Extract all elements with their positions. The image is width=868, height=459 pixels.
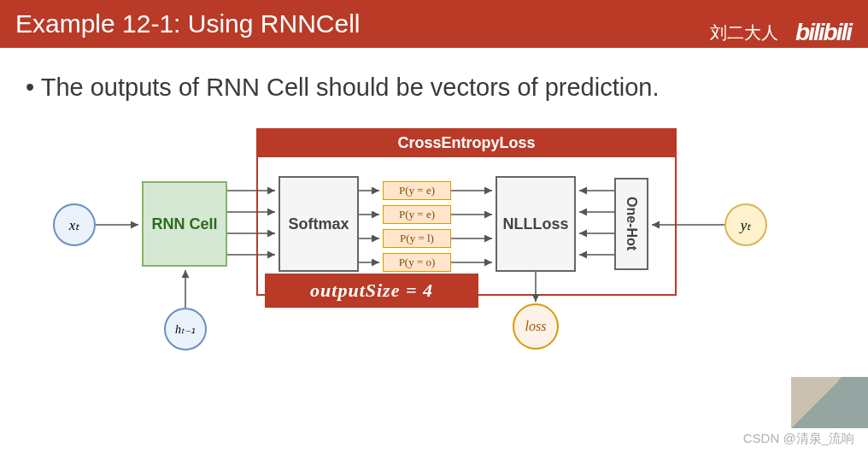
bilibili-logo: bilibili	[795, 19, 851, 46]
slide-header: Example 12-1: Using RNNCell 刘二大人 bilibil…	[0, 0, 868, 48]
output-size-formula: outputSize = 4	[265, 274, 478, 308]
prob-l: P(y = l)	[383, 229, 451, 248]
csdn-watermark: CSDN @清泉_流响	[743, 431, 854, 447]
slide-title: Example 12-1: Using RNNCell	[15, 9, 360, 38]
target-y-node: yₜ	[724, 203, 767, 246]
input-x-node: xₜ	[53, 203, 96, 246]
prob-o: P(y = o)	[383, 253, 451, 272]
formula-text: outputSize = 4	[310, 280, 433, 302]
loss-node: loss	[513, 303, 559, 350]
author-name: 刘二大人	[710, 21, 778, 44]
bullet-text: The outputs of RNN Cell should be vector…	[26, 74, 659, 102]
rnncell-box: RNN Cell	[142, 181, 227, 267]
onehot-box: One-Hot	[614, 178, 648, 270]
nllloss-box: NLLLoss	[496, 176, 576, 272]
video-thumbnail	[791, 377, 868, 428]
prob-e1: P(y = e)	[383, 181, 451, 200]
prob-e2: P(y = e)	[383, 205, 451, 224]
crossentropy-title: CrossEntropyLoss	[256, 128, 677, 157]
softmax-box: Softmax	[279, 176, 359, 272]
hidden-prev-node: hₜ₋₁	[164, 308, 207, 350]
diagram-stage: CrossEntropyLoss xₜ hₜ₋₁ yₜ loss RNN Cel…	[0, 111, 868, 359]
